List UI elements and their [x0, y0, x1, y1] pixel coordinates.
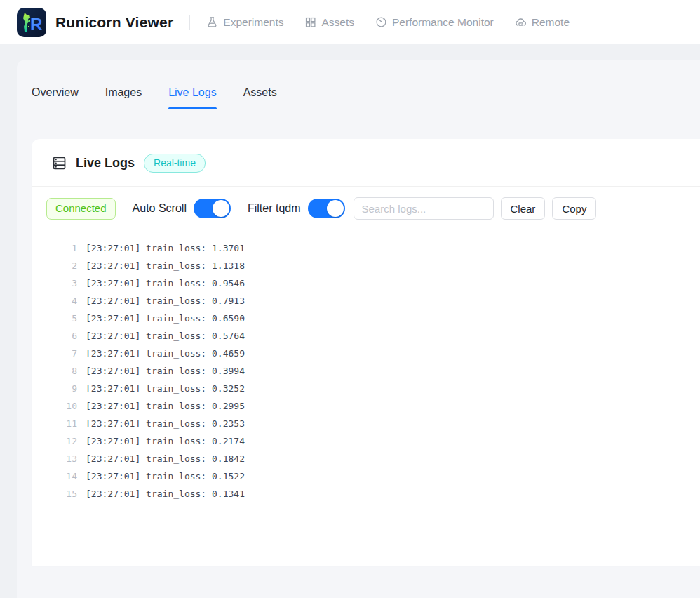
nav-item-label: Performance Monitor	[392, 16, 494, 29]
card-header: Live Logs Real-time	[32, 139, 700, 187]
log-controls: Connected Auto Scroll Filter tqdm Clear …	[32, 187, 700, 230]
line-number: 2	[46, 257, 77, 274]
log-text: [23:27:01] train_loss: 0.2995	[86, 397, 245, 415]
search-input[interactable]	[354, 197, 494, 220]
log-text: [23:27:01] train_loss: 0.4659	[86, 345, 245, 362]
nav-item-label: Assets	[321, 16, 354, 29]
line-number: 3	[46, 274, 77, 292]
log-line: 1 [23:27:01] train_loss: 1.3701	[46, 239, 686, 257]
log-line: 10 [23:27:01] train_loss: 0.2995	[46, 397, 686, 415]
nav-item-remote[interactable]: Remote	[515, 16, 570, 29]
grid-icon	[304, 16, 316, 28]
nav-item-experiments[interactable]: Experiments	[206, 16, 283, 29]
line-number: 5	[46, 310, 77, 327]
nav-item-performance-monitor[interactable]: Performance Monitor	[375, 16, 494, 29]
log-line: 12 [23:27:01] train_loss: 0.2174	[46, 432, 686, 450]
line-number: 10	[46, 397, 77, 415]
log-text: [23:27:01] train_loss: 0.6590	[86, 310, 245, 327]
log-line: 11 [23:27:01] train_loss: 0.2353	[46, 415, 686, 432]
line-number: 6	[46, 327, 77, 345]
realtime-badge: Real-time	[144, 154, 206, 173]
line-number: 4	[46, 292, 77, 310]
log-text: [23:27:01] train_loss: 0.1341	[86, 485, 245, 503]
database-icon	[51, 155, 67, 171]
tab-live-logs[interactable]: Live Logs	[168, 86, 217, 109]
log-text: [23:27:01] train_loss: 0.2174	[86, 432, 245, 450]
line-number: 15	[46, 485, 77, 503]
log-text: [23:27:01] train_loss: 0.1522	[86, 467, 245, 485]
app-logo: R	[17, 8, 46, 37]
log-line: 9 [23:27:01] train_loss: 0.3252	[46, 380, 686, 397]
line-number: 14	[46, 467, 77, 485]
line-number: 8	[46, 362, 77, 380]
content-panel: Overview Images Live Logs Assets Live Lo…	[17, 60, 700, 598]
log-line: 4 [23:27:01] train_loss: 0.7913	[46, 292, 686, 310]
line-number: 11	[46, 415, 77, 432]
log-text: [23:27:01] train_loss: 0.3994	[86, 362, 245, 380]
filter-tqdm-label: Filter tqdm	[248, 202, 301, 215]
line-number: 12	[46, 432, 77, 450]
log-line: 5 [23:27:01] train_loss: 0.6590	[46, 310, 686, 327]
nav-item-label: Experiments	[223, 16, 283, 29]
log-viewer[interactable]: 1 [23:27:01] train_loss: 1.3701 2 [23:27…	[32, 230, 700, 517]
tab-overview[interactable]: Overview	[32, 86, 79, 109]
top-nav: Experiments Assets Performance Monitor	[206, 16, 570, 29]
card-title: Live Logs	[76, 156, 135, 171]
line-number: 9	[46, 380, 77, 397]
log-text: [23:27:01] train_loss: 0.5764	[86, 327, 245, 345]
log-text: [23:27:01] train_loss: 0.2353	[86, 415, 245, 432]
log-text: [23:27:01] train_loss: 0.1842	[86, 450, 245, 467]
auto-scroll-toggle[interactable]	[194, 199, 231, 218]
log-line: 3 [23:27:01] train_loss: 0.9546	[46, 274, 686, 292]
line-number: 13	[46, 450, 77, 467]
log-text: [23:27:01] train_loss: 1.1318	[86, 257, 245, 274]
live-logs-card: Live Logs Real-time Connected Auto Scrol…	[32, 139, 700, 566]
tab-bar: Overview Images Live Logs Assets	[17, 60, 700, 109]
log-text: [23:27:01] train_loss: 0.3252	[86, 380, 245, 397]
nav-divider	[189, 15, 190, 30]
cloud-server-icon	[515, 16, 527, 28]
log-text: [23:27:01] train_loss: 0.7913	[86, 292, 245, 310]
tab-assets[interactable]: Assets	[243, 86, 277, 109]
clear-button[interactable]: Clear	[501, 197, 546, 220]
log-line: 7 [23:27:01] train_loss: 0.4659	[46, 345, 686, 362]
line-number: 1	[46, 239, 77, 257]
log-text: [23:27:01] train_loss: 1.3701	[86, 239, 245, 257]
flask-icon	[206, 16, 218, 28]
svg-text:R: R	[30, 15, 42, 34]
app-title: Runicorn Viewer	[55, 14, 173, 31]
connection-status-badge: Connected	[46, 198, 116, 220]
nav-item-label: Remote	[532, 16, 570, 29]
toggle-knob	[327, 200, 344, 217]
auto-scroll-label: Auto Scroll	[133, 202, 187, 215]
log-line: 14 [23:27:01] train_loss: 0.1522	[46, 467, 686, 485]
nav-item-assets[interactable]: Assets	[304, 16, 354, 29]
log-line: 8 [23:27:01] train_loss: 0.3994	[46, 362, 686, 380]
log-line: 2 [23:27:01] train_loss: 1.1318	[46, 257, 686, 274]
log-line: 6 [23:27:01] train_loss: 0.5764	[46, 327, 686, 345]
toggle-knob	[213, 200, 229, 217]
filter-tqdm-toggle[interactable]	[308, 199, 345, 218]
log-text: [23:27:01] train_loss: 0.9546	[86, 274, 245, 292]
log-line: 13 [23:27:01] train_loss: 0.1842	[46, 450, 686, 467]
log-line: 15 [23:27:01] train_loss: 0.1341	[46, 485, 686, 503]
log-rows: 1 [23:27:01] train_loss: 1.3701 2 [23:27…	[46, 239, 686, 503]
copy-button[interactable]: Copy	[552, 197, 596, 220]
line-number: 7	[46, 345, 77, 362]
gauge-icon	[375, 16, 387, 28]
tab-images[interactable]: Images	[105, 86, 142, 109]
unicorn-logo-icon: R	[17, 8, 46, 37]
top-bar: R Runicorn Viewer Experiments Assets	[0, 0, 700, 44]
